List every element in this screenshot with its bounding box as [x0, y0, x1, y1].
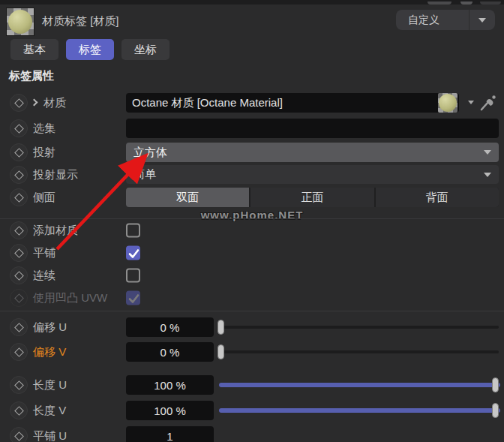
keyframe-diamond-icon	[10, 289, 28, 307]
side-option-back[interactable]: 背面	[376, 188, 499, 207]
projection-row: 投射 立方体	[0, 143, 504, 162]
add-material-checkbox[interactable]	[126, 224, 140, 238]
side-option-front[interactable]: 正面	[250, 188, 374, 207]
keyframe-diamond-icon[interactable]	[10, 318, 28, 336]
projection-value: 立方体	[134, 146, 484, 160]
length-v-slider[interactable]	[218, 401, 499, 420]
tiles-u-label: 平铺 U	[33, 429, 67, 442]
divider	[0, 218, 504, 219]
material-label: 材质	[44, 96, 66, 110]
selection-row: 选集	[0, 119, 504, 138]
watermark: www.pHome.NET	[0, 209, 504, 221]
keyframe-diamond-icon[interactable]	[10, 94, 28, 112]
material-thumbnail[interactable]	[438, 93, 458, 113]
material-row: 材质 Octane 材质 [Octane Material]	[0, 93, 504, 113]
use-bump-uvw-checkbox	[126, 291, 140, 305]
offset-u-value-field[interactable]: 0 %	[126, 317, 214, 337]
slider-handle[interactable]	[492, 377, 499, 392]
keyframe-diamond-icon[interactable]	[10, 244, 28, 262]
material-tag-icon	[6, 8, 34, 36]
offset-v-value-field[interactable]: 0 %	[126, 342, 214, 362]
keyframe-diamond-icon[interactable]	[10, 266, 28, 284]
tiles-u-row: 平铺 U 1	[0, 426, 504, 442]
tab-bar: 基本 标签 坐标	[10, 39, 170, 60]
side-label: 侧面	[33, 191, 56, 205]
keyframe-diamond-icon[interactable]	[10, 427, 28, 442]
length-v-label: 长度 V	[33, 404, 66, 418]
length-u-slider[interactable]	[218, 375, 499, 395]
slider-handle[interactable]	[492, 403, 499, 418]
side-row: 侧面 双面 正面 背面	[0, 188, 504, 207]
length-v-value-field[interactable]: 100 %	[126, 401, 214, 420]
seamless-checkbox[interactable]	[126, 269, 140, 283]
preset-dropdown[interactable]: 自定义	[396, 10, 495, 30]
material-tag-panel: 材质标签 [材质] 自定义 基本 标签 坐标 标签属性 材质 Octane 材质…	[0, 0, 504, 442]
keyframe-diamond-icon[interactable]	[10, 376, 28, 394]
offset-v-row: 偏移 V 0 %	[0, 342, 504, 362]
material-sphere-preview	[8, 10, 32, 34]
preset-dropdown-arrow[interactable]	[470, 18, 495, 23]
offset-u-label: 偏移 U	[33, 320, 67, 335]
projection-label: 投射	[33, 146, 56, 160]
projection-dropdown[interactable]: 立方体	[126, 143, 499, 162]
panel-title: 材质标签 [材质]	[42, 14, 119, 29]
side-button-group: 双面 正面 背面	[126, 188, 499, 207]
seamless-row: 连续	[0, 268, 504, 283]
length-v-row: 长度 V 100 %	[0, 401, 504, 420]
projection-display-label: 投射显示	[33, 168, 78, 182]
seamless-label: 连续	[33, 269, 56, 283]
tiles-u-value-field[interactable]: 1	[126, 426, 214, 442]
keyframe-diamond-icon[interactable]	[10, 401, 28, 419]
tile-label: 平铺	[33, 246, 56, 260]
selection-field[interactable]	[126, 119, 499, 138]
tab-coordinates[interactable]: 坐标	[122, 39, 170, 60]
chevron-down-icon	[484, 173, 491, 177]
divider	[0, 311, 504, 311]
use-bump-uvw-label: 使用凹凸 UVW	[33, 291, 107, 305]
keyframe-diamond-icon[interactable]	[10, 166, 28, 184]
tile-row: 平铺	[0, 245, 504, 260]
section-title: 标签属性	[9, 69, 54, 83]
length-u-label: 长度 U	[33, 378, 67, 392]
use-bump-uvw-row: 使用凹凸 UVW	[0, 290, 504, 305]
tab-basic[interactable]: 基本	[10, 39, 58, 60]
side-option-both[interactable]: 双面	[126, 188, 249, 207]
preset-dropdown-value: 自定义	[396, 14, 469, 27]
tile-checkbox[interactable]	[126, 246, 140, 260]
chevron-down-icon	[484, 150, 491, 155]
expand-chevron-icon[interactable]	[31, 98, 38, 106]
keyframe-diamond-icon[interactable]	[10, 188, 28, 206]
slider-handle[interactable]	[218, 344, 224, 359]
offset-v-label: 偏移 V	[33, 345, 66, 359]
offset-v-slider[interactable]	[218, 342, 499, 362]
keyframe-diamond-icon[interactable]	[10, 221, 28, 239]
material-dropdown-arrow-icon[interactable]	[468, 101, 474, 104]
length-u-row: 长度 U 100 %	[0, 375, 504, 395]
keyframe-diamond-icon[interactable]	[10, 143, 28, 161]
panel-header: 材质标签 [材质] 自定义	[0, 5, 504, 39]
projection-display-row: 投射显示 简单	[0, 165, 504, 185]
add-material-label: 添加材质	[33, 224, 78, 238]
slider-handle[interactable]	[218, 320, 224, 335]
chevron-down-icon	[478, 18, 486, 23]
length-u-value-field[interactable]: 100 %	[126, 375, 214, 395]
offset-u-row: 偏移 U 0 %	[0, 317, 504, 337]
selection-label: 选集	[33, 122, 56, 136]
keyframe-diamond-icon[interactable]	[10, 119, 28, 137]
material-field[interactable]: Octane 材质 [Octane Material]	[126, 93, 459, 113]
eyedropper-icon[interactable]	[479, 94, 497, 112]
offset-u-slider[interactable]	[218, 317, 499, 337]
tab-tag[interactable]: 标签	[66, 39, 114, 60]
projection-display-value: 简单	[134, 167, 484, 182]
keyframe-diamond-icon[interactable]	[10, 343, 28, 361]
projection-display-dropdown[interactable]: 简单	[126, 165, 499, 184]
add-material-row: 添加材质	[0, 223, 504, 238]
